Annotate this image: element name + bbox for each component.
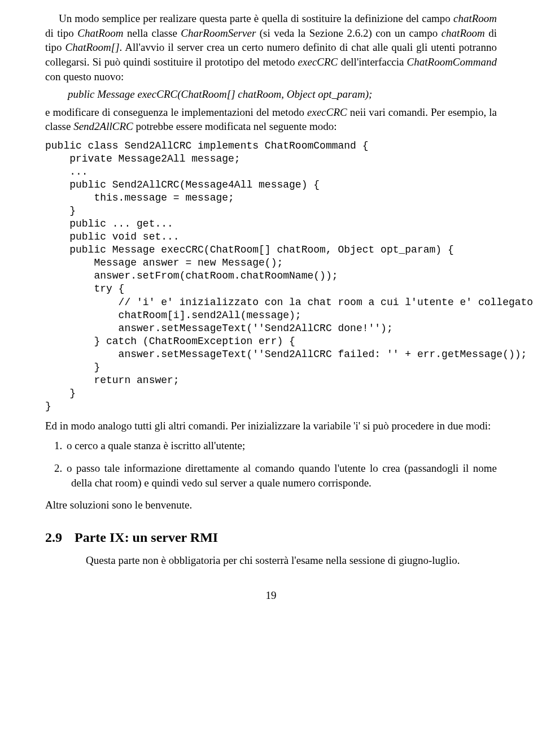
page-content: Un modo semplice per realizare questa pa…: [0, 0, 542, 625]
italic: execCRC: [307, 106, 347, 118]
text: (si veda la Sezione 2.6.2) con un campo: [256, 27, 441, 39]
section-title: Parte IX: un server RMI: [75, 530, 218, 545]
italic: chatRoom: [442, 27, 485, 39]
section-number: 2.9: [45, 528, 62, 546]
list-number: 2.: [54, 461, 67, 476]
section-heading: 2.9Parte IX: un server RMI: [45, 528, 497, 546]
text: potrebbe essere modificata nel seguente …: [133, 120, 337, 132]
paragraph-3: Ed in modo analogo tutti gli altri coman…: [45, 419, 497, 433]
list-number: 1.: [54, 438, 67, 453]
list-item: 2.o passo tale informazione direttamente…: [71, 461, 497, 490]
text: e modificare di conseguenza le implement…: [45, 106, 307, 118]
text: con questo nuovo:: [45, 71, 124, 82]
paragraph-2: e modificare di conseguenza le implement…: [45, 105, 497, 134]
italic: ChatRoomCommand: [407, 56, 497, 68]
list-text: o cerco a quale stanza è iscritto all'ut…: [67, 440, 245, 451]
italic: CharRoomServer: [181, 27, 256, 39]
ordered-list: 1.o cerco a quale stanza è iscritto all'…: [45, 438, 497, 490]
paragraph-4: Altre soluzioni sono le benvenute.: [45, 498, 497, 512]
code-listing: public class Send2AllCRC implements Chat…: [45, 140, 497, 413]
list-item: 1.o cerco a quale stanza è iscritto all'…: [71, 438, 497, 453]
page-number: 19: [45, 588, 497, 603]
list-text: o passo tale informazione direttamente a…: [67, 462, 497, 489]
text: dell'interfaccia: [338, 56, 406, 68]
prototype-line: public Message execCRC(ChatRoom[] chatRo…: [68, 87, 497, 102]
italic: chatRoom: [453, 12, 497, 24]
section-body: Questa parte non è obbligatoria per chi …: [86, 553, 497, 568]
italic: execCRC: [298, 56, 338, 68]
italic: Send2AllCRC: [73, 120, 133, 132]
italic: ChatRoom[]: [65, 41, 120, 53]
text: di tipo: [45, 27, 77, 39]
paragraph-1: Un modo semplice per realizare questa pa…: [45, 11, 497, 84]
text: nella classe: [124, 27, 181, 39]
italic: ChatRoom: [77, 27, 123, 39]
text: Un modo semplice per realizare questa pa…: [59, 12, 453, 24]
